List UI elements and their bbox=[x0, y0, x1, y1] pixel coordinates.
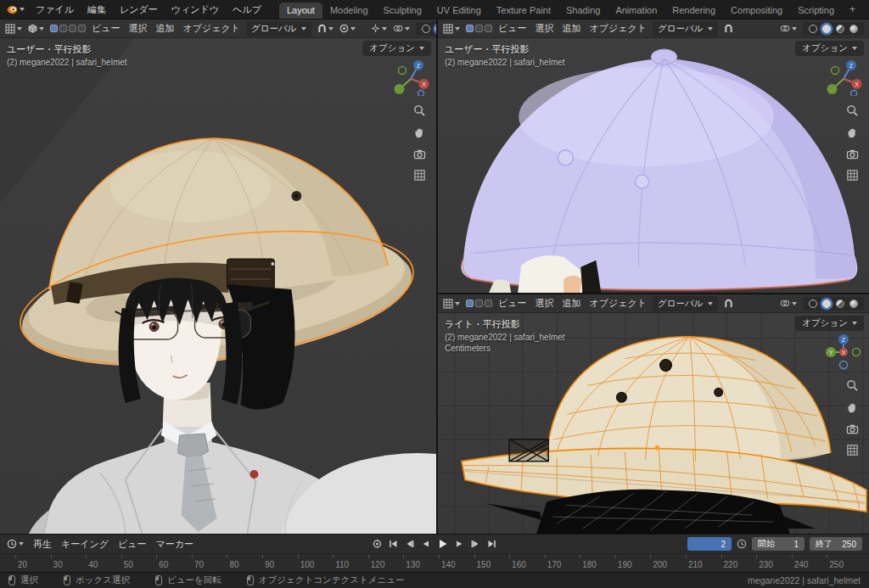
move-hand-icon[interactable] bbox=[413, 126, 426, 139]
viewport-menu-item[interactable]: 追加 bbox=[563, 22, 581, 35]
options-dropdown[interactable]: オプション bbox=[362, 41, 431, 56]
transform-orientation-dropdown[interactable]: グローバル bbox=[246, 21, 311, 36]
jump-to-start-button[interactable] bbox=[389, 539, 399, 549]
proportional-edit-button[interactable] bbox=[339, 24, 356, 33]
overlays-dropdown[interactable] bbox=[780, 24, 797, 33]
toggle-icon[interactable] bbox=[475, 25, 483, 32]
workspace-tab[interactable]: Layout bbox=[279, 3, 322, 19]
workspace-tab[interactable]: Modeling bbox=[322, 3, 376, 19]
viewport-menu-item[interactable]: 追加 bbox=[156, 22, 175, 35]
workspace-tab[interactable]: Texture Paint bbox=[489, 3, 558, 19]
move-hand-icon[interactable] bbox=[846, 401, 859, 414]
toggle-icon[interactable] bbox=[485, 25, 492, 32]
timeline-menu-item[interactable]: マーカー bbox=[156, 538, 194, 551]
toggle-icon[interactable] bbox=[59, 25, 67, 32]
grid-icon[interactable] bbox=[846, 169, 859, 182]
timeline-editor-type-button[interactable] bbox=[7, 539, 24, 549]
topbar-menu-item[interactable]: ファイル bbox=[30, 2, 80, 18]
snap-magnet-button[interactable] bbox=[724, 299, 733, 308]
topbar-menu-item[interactable]: 編集 bbox=[81, 2, 112, 18]
overlays-dropdown[interactable] bbox=[780, 299, 797, 308]
toggle-icon[interactable] bbox=[466, 25, 474, 32]
viewport-menu-item[interactable]: 選択 bbox=[129, 22, 148, 35]
next-frame-button[interactable] bbox=[455, 539, 465, 549]
add-workspace-button[interactable]: + bbox=[844, 1, 861, 18]
timeline-ruler[interactable]: 2030405060708090100110120130140150160170… bbox=[0, 553, 869, 572]
shading-wireframe-button[interactable] bbox=[809, 300, 817, 308]
navigation-gizmo[interactable]: Z X bbox=[392, 59, 429, 99]
toggle-icon[interactable] bbox=[50, 25, 58, 32]
navigation-gizmo[interactable]: Z Y X bbox=[825, 333, 862, 374]
frame-end-field[interactable]: 終了 250 bbox=[810, 537, 862, 551]
shading-material-button[interactable] bbox=[836, 25, 844, 33]
shading-rendered-button[interactable] bbox=[849, 300, 858, 308]
topbar-menu-item[interactable]: レンダー bbox=[114, 2, 164, 18]
auto-keying-icon[interactable] bbox=[373, 539, 383, 549]
workspace-tab[interactable]: UV Editing bbox=[429, 3, 489, 19]
move-hand-icon[interactable] bbox=[846, 126, 859, 139]
topbar-menu-item[interactable]: ウィンドウ bbox=[165, 2, 225, 18]
viewport-canvas-left[interactable]: ユーザー・平行投影 (2) megane2022 | safari_helmet… bbox=[0, 38, 436, 534]
viewport-menu-item[interactable]: 追加 bbox=[563, 297, 581, 310]
transform-orientation-dropdown[interactable]: グローバル bbox=[653, 296, 717, 311]
shading-solid-button[interactable] bbox=[822, 300, 831, 308]
viewport-menu-item[interactable]: ビュー bbox=[498, 22, 527, 35]
toggle-icon[interactable] bbox=[78, 25, 86, 32]
transform-orientation-dropdown[interactable]: グローバル bbox=[653, 21, 717, 36]
mode-dropdown[interactable] bbox=[28, 24, 44, 33]
timeline-menu-item[interactable]: 再生 bbox=[33, 538, 52, 551]
toggle-icon[interactable] bbox=[69, 25, 76, 32]
timeline-menu-item[interactable]: ビュー bbox=[118, 538, 147, 551]
zoom-icon[interactable] bbox=[413, 104, 426, 117]
play-reverse-button[interactable] bbox=[421, 539, 431, 549]
timeline-menu-item[interactable]: キーイング bbox=[61, 538, 109, 551]
previous-keyframe-button[interactable] bbox=[405, 539, 415, 549]
workspace-tab[interactable]: Sculpting bbox=[376, 3, 429, 19]
workspace-tab[interactable]: Rendering bbox=[664, 3, 723, 19]
next-keyframe-button[interactable] bbox=[471, 539, 481, 549]
viewport-menu-item[interactable]: 選択 bbox=[535, 297, 554, 310]
viewport-menu-item[interactable]: ビュー bbox=[92, 22, 121, 35]
workspace-tab[interactable]: Scripting bbox=[790, 3, 842, 19]
shading-solid-button[interactable] bbox=[822, 25, 831, 33]
shading-solid-button[interactable] bbox=[435, 25, 436, 33]
grid-icon[interactable] bbox=[846, 444, 859, 456]
editor-type-button[interactable] bbox=[5, 24, 22, 34]
shading-rendered-button[interactable] bbox=[849, 25, 858, 33]
editor-type-button[interactable] bbox=[443, 299, 460, 309]
frame-start-field[interactable]: 開始 1 bbox=[752, 537, 805, 551]
topbar-menu-item[interactable]: ヘルプ bbox=[227, 2, 267, 18]
zoom-icon[interactable] bbox=[846, 104, 859, 117]
viewport-menu-item[interactable]: オブジェクト bbox=[590, 297, 648, 310]
workspace-tab[interactable]: Compositing bbox=[723, 3, 790, 19]
viewport-menu-item[interactable]: ビュー bbox=[498, 297, 527, 310]
toggle-icon[interactable] bbox=[475, 300, 483, 307]
workspace-tab[interactable]: Animation bbox=[608, 3, 664, 19]
grid-icon[interactable] bbox=[413, 169, 426, 182]
shading-wireframe-button[interactable] bbox=[422, 25, 430, 33]
zoom-icon[interactable] bbox=[846, 379, 859, 392]
viewport-menu-item[interactable]: 選択 bbox=[535, 22, 554, 35]
current-frame-field[interactable]: 2 bbox=[687, 537, 732, 551]
viewport-canvas-top-right[interactable]: ユーザー・平行投影 (2) megane2022 | safari_helmet… bbox=[438, 38, 869, 293]
snap-magnet-button[interactable] bbox=[317, 24, 334, 33]
editor-type-button[interactable] bbox=[443, 24, 460, 34]
workspace-tab[interactable]: Shading bbox=[558, 3, 608, 19]
camera-icon[interactable] bbox=[413, 148, 426, 160]
overlays-dropdown[interactable] bbox=[393, 24, 410, 33]
play-button[interactable] bbox=[437, 538, 449, 550]
camera-icon[interactable] bbox=[846, 423, 859, 434]
toggle-icon[interactable] bbox=[485, 300, 492, 307]
shading-wireframe-button[interactable] bbox=[809, 25, 817, 33]
blender-logo-icon[interactable] bbox=[5, 4, 25, 15]
options-dropdown[interactable]: オプション bbox=[795, 316, 864, 331]
snap-magnet-button[interactable] bbox=[724, 24, 733, 33]
viewport-menu-item[interactable]: オブジェクト bbox=[590, 22, 648, 35]
viewport-menu-item[interactable]: オブジェクト bbox=[183, 22, 241, 35]
toggle-icon[interactable] bbox=[466, 300, 474, 307]
gizmos-dropdown[interactable] bbox=[371, 24, 387, 33]
navigation-gizmo[interactable]: Z X bbox=[825, 59, 862, 99]
jump-to-end-button[interactable] bbox=[487, 539, 497, 549]
shading-material-button[interactable] bbox=[836, 300, 844, 308]
options-dropdown[interactable]: オプション bbox=[795, 41, 864, 56]
